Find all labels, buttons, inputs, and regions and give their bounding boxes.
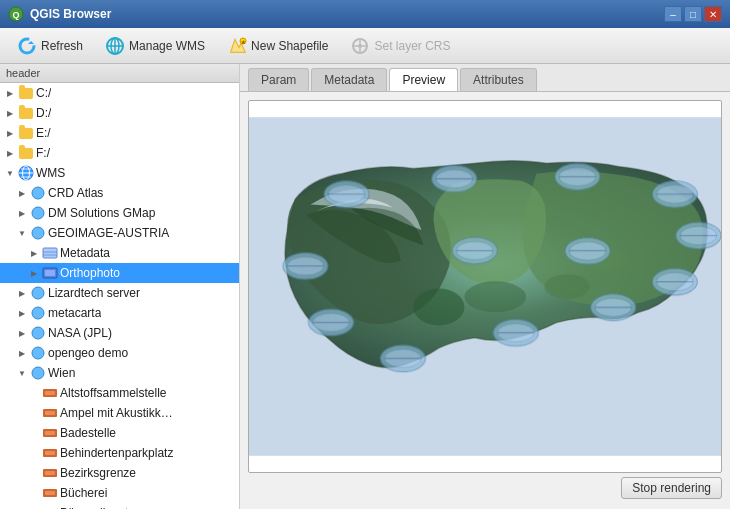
austria-map-svg (249, 101, 721, 472)
tab-preview[interactable]: Preview (389, 68, 458, 91)
folder-icon-e (18, 125, 34, 141)
wms-server-icon-opengeo (30, 345, 46, 361)
svg-rect-24 (43, 248, 57, 258)
manage-wms-button[interactable]: Manage WMS (96, 32, 214, 60)
tree-arrow-badestelle (28, 427, 40, 439)
tree-item-wien[interactable]: Wien (0, 363, 239, 383)
tree-arrow-nasa (16, 327, 28, 339)
tree-item-buerger[interactable]: Bürgerdienst (0, 503, 239, 509)
svg-rect-39 (45, 431, 55, 435)
tree-label-wms: WMS (36, 166, 65, 180)
tree-item-ampel[interactable]: Ampel mit Akustikk… (0, 403, 239, 423)
window-controls: – □ ✕ (664, 6, 722, 22)
sidebar: header C:/ D:/ (0, 64, 240, 509)
right-panel: Param Metadata Preview Attributes (240, 64, 730, 509)
app-icon: Q (8, 6, 24, 22)
close-button[interactable]: ✕ (704, 6, 722, 22)
minimize-button[interactable]: – (664, 6, 682, 22)
svg-point-51 (545, 274, 590, 299)
tree-item-behinderten[interactable]: Behindertenparkplatz (0, 443, 239, 463)
svg-rect-37 (45, 411, 55, 415)
tree-item-crd[interactable]: CRD Atlas (0, 183, 239, 203)
tree-arrow-altstoff (28, 387, 40, 399)
tree-item-dm[interactable]: DM Solutions GMap (0, 203, 239, 223)
tree-label-c: C:/ (36, 86, 51, 100)
refresh-button[interactable]: Refresh (8, 32, 92, 60)
tree-item-e[interactable]: E:/ (0, 123, 239, 143)
sidebar-tree[interactable]: C:/ D:/ E:/ (0, 83, 239, 509)
tree-arrow-c (4, 87, 16, 99)
tree-label-lizard: Lizardtech server (48, 286, 140, 300)
layer-icon-metadata (42, 245, 58, 261)
tree-label-behinderten: Behindertenparkplatz (60, 446, 173, 460)
tree-arrow-behinderten (28, 447, 40, 459)
tree-arrow-crd (16, 187, 28, 199)
tree-label-bezirks: Bezirksgrenze (60, 466, 136, 480)
tree-item-geoimage[interactable]: GEOIMAGE-AUSTRIA (0, 223, 239, 243)
tree-arrow-f (4, 147, 16, 159)
new-shapefile-label: New Shapefile (251, 39, 328, 53)
refresh-label: Refresh (41, 39, 83, 53)
wms-server-icon-geoimage (30, 225, 46, 241)
maximize-button[interactable]: □ (684, 6, 702, 22)
svg-marker-3 (28, 41, 34, 44)
tree-label-nasa: NASA (JPL) (48, 326, 112, 340)
tree-arrow-d (4, 107, 16, 119)
tab-metadata[interactable]: Metadata (311, 68, 387, 91)
tree-arrow-buecherei (28, 487, 40, 499)
tab-attributes[interactable]: Attributes (460, 68, 537, 91)
set-layer-crs-label: Set layer CRS (374, 39, 450, 53)
tree-item-nasa[interactable]: NASA (JPL) (0, 323, 239, 343)
tree-label-orthophoto: Orthophoto (60, 266, 120, 280)
tree-item-c[interactable]: C:/ (0, 83, 239, 103)
svg-point-50 (464, 281, 526, 312)
tree-label-opengeo: opengeo demo (48, 346, 128, 360)
svg-point-29 (32, 287, 44, 299)
tree-item-metadata-sub[interactable]: Metadata (0, 243, 239, 263)
svg-rect-45 (45, 491, 55, 495)
tree-item-lizard[interactable]: Lizardtech server (0, 283, 239, 303)
tree-arrow-metacarta (16, 307, 28, 319)
tree-arrow-geoimage (16, 227, 28, 239)
tree-item-badestelle[interactable]: Badestelle (0, 423, 239, 443)
wien-layer-icon-ampel (42, 405, 58, 421)
svg-point-23 (32, 227, 44, 239)
svg-point-33 (32, 367, 44, 379)
tree-arrow-ampel (28, 407, 40, 419)
tree-item-bezirks[interactable]: Bezirksgrenze (0, 463, 239, 483)
svg-point-32 (32, 347, 44, 359)
svg-rect-41 (45, 451, 55, 455)
title-bar: Q QGIS Browser – □ ✕ (0, 0, 730, 28)
new-shapefile-button[interactable]: ★ New Shapefile (218, 32, 337, 60)
svg-text:Q: Q (12, 10, 19, 20)
wien-layer-icon-badestelle (42, 425, 58, 441)
wien-layer-icon-buecherei (42, 485, 58, 501)
stop-rendering-button[interactable]: Stop rendering (621, 477, 722, 499)
svg-point-21 (32, 187, 44, 199)
tree-item-altstoff[interactable]: Altstoffsammelstelle (0, 383, 239, 403)
tree-item-orthophoto[interactable]: Orthophoto (0, 263, 239, 283)
refresh-icon (17, 36, 37, 56)
main-layout: header C:/ D:/ (0, 64, 730, 509)
tree-arrow-orthophoto (28, 267, 40, 279)
tree-item-f[interactable]: F:/ (0, 143, 239, 163)
manage-wms-icon (105, 36, 125, 56)
tree-label-wien: Wien (48, 366, 75, 380)
toolbar: Refresh Manage WMS ★ New Shapefile (0, 28, 730, 64)
tab-param[interactable]: Param (248, 68, 309, 91)
title-bar-left: Q QGIS Browser (8, 6, 111, 22)
tree-item-buecherei[interactable]: Bücherei (0, 483, 239, 503)
tree-item-d[interactable]: D:/ (0, 103, 239, 123)
folder-icon-f (18, 145, 34, 161)
stop-rendering-row: Stop rendering (248, 473, 722, 501)
tree-label-metacarta: metacarta (48, 306, 101, 320)
tree-arrow-metadata-sub (28, 247, 40, 259)
tree-item-opengeo[interactable]: opengeo demo (0, 343, 239, 363)
tree-item-wms[interactable]: WMS (0, 163, 239, 183)
new-shapefile-icon: ★ (227, 36, 247, 56)
set-crs-icon (350, 36, 370, 56)
tree-item-metacarta[interactable]: metacarta (0, 303, 239, 323)
set-layer-crs-button[interactable]: Set layer CRS (341, 32, 459, 60)
manage-wms-label: Manage WMS (129, 39, 205, 53)
tree-label-geoimage: GEOIMAGE-AUSTRIA (48, 226, 169, 240)
